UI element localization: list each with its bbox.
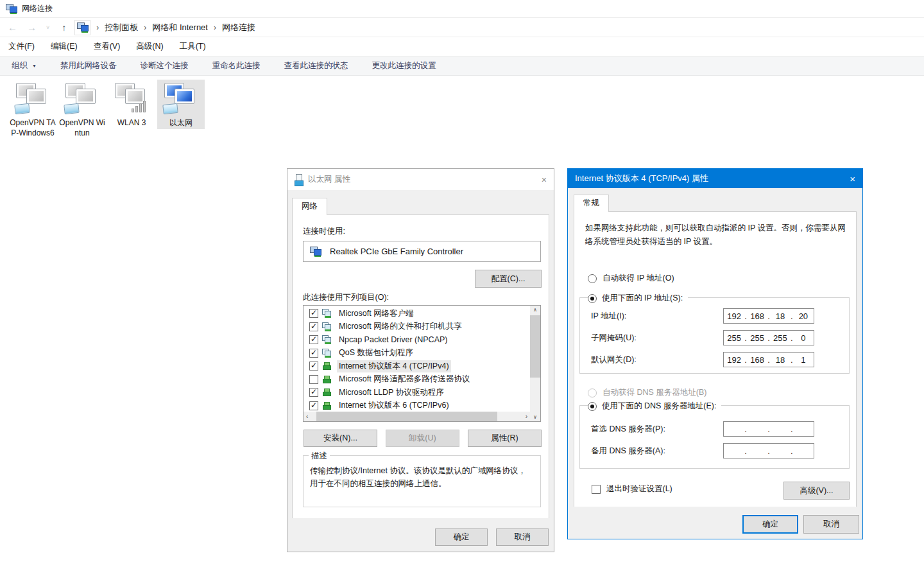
item-icon bbox=[322, 388, 333, 397]
dns-address-input[interactable]: ... bbox=[723, 443, 814, 458]
address-icon-button[interactable] bbox=[74, 20, 90, 35]
item-label[interactable]: Internet 协议版本 4 (TCP/IPv4) bbox=[337, 360, 451, 372]
toolbar-command[interactable]: 重命名此连接 bbox=[212, 60, 260, 71]
tab-general[interactable]: 常规 bbox=[574, 195, 609, 212]
network-adapter-tile[interactable]: 以太网 bbox=[157, 80, 205, 129]
item-label[interactable]: Microsoft LLDP 协议驱动程序 bbox=[337, 387, 446, 399]
toolbar-command[interactable]: 诊断这个连接 bbox=[140, 60, 188, 71]
scrollbar-thumb[interactable] bbox=[316, 412, 497, 421]
item-icon bbox=[322, 401, 333, 410]
item-checkbox[interactable] bbox=[309, 362, 318, 371]
ethernet-plug-icon bbox=[295, 173, 303, 186]
breadcrumb-item[interactable]: 网络连接 bbox=[222, 22, 255, 33]
item-checkbox[interactable] bbox=[309, 388, 318, 397]
up-icon[interactable]: ↑ bbox=[62, 22, 66, 33]
radio-icon[interactable] bbox=[588, 294, 597, 303]
window-title: 网络连接 bbox=[22, 3, 53, 14]
toolbar-command[interactable]: 更改此连接的设置 bbox=[372, 60, 436, 71]
configure-button[interactable]: 配置(C)... bbox=[475, 270, 542, 288]
horizontal-scrollbar[interactable]: ‹ › bbox=[304, 412, 530, 421]
dialog-titlebar[interactable]: 以太网 属性 × bbox=[287, 169, 554, 190]
validate-checkbox[interactable] bbox=[592, 485, 601, 494]
validate-on-exit[interactable]: 退出时验证设置(L) bbox=[592, 484, 672, 494]
adapter-list: OpenVPN TAP-Windows6 OpenVPN Wintun WLAN… bbox=[9, 80, 205, 139]
item-label[interactable]: Internet 协议版本 6 (TCP/IPv6) bbox=[337, 399, 451, 412]
breadcrumb: › 控制面板 › 网络和 Internet › 网络连接 bbox=[90, 22, 255, 33]
menu-item[interactable]: 文件(F) bbox=[8, 41, 35, 52]
network-adapter-tile[interactable]: OpenVPN Wintun bbox=[58, 80, 106, 139]
item-label[interactable]: Npcap Packet Driver (NPCAP) bbox=[337, 335, 450, 345]
radio-manual-dns[interactable]: 使用下面的 DNS 服务器地址(E): bbox=[588, 401, 721, 412]
dns-field-row: 备用 DNS 服务器(A): ... bbox=[591, 443, 843, 465]
dns-address-input[interactable]: ... bbox=[723, 421, 814, 437]
cancel-button[interactable]: 取消 bbox=[803, 515, 859, 534]
list-item[interactable]: Microsoft 网络适配器多路传送器协议 bbox=[304, 373, 530, 387]
item-label[interactable]: Microsoft 网络的文件和打印机共享 bbox=[337, 320, 464, 333]
item-checkbox[interactable] bbox=[309, 349, 318, 358]
network-adapter-tile[interactable]: WLAN 3 bbox=[108, 80, 155, 129]
toolbar-command[interactable]: 查看此连接的状态 bbox=[284, 60, 348, 71]
ok-button[interactable]: 确定 bbox=[435, 528, 488, 546]
item-label[interactable]: QoS 数据包计划程序 bbox=[337, 347, 415, 359]
item-icon bbox=[322, 309, 333, 318]
radio-icon[interactable] bbox=[588, 274, 597, 283]
navigation-bar: ← → ˅ ↑ › 控制面板 › 网络和 Internet › 网络连接 bbox=[0, 18, 924, 37]
list-item[interactable]: Microsoft LLDP 协议驱动程序 bbox=[304, 386, 530, 399]
item-icon bbox=[322, 362, 333, 371]
ip-address-input[interactable]: 192.168.18.20 bbox=[723, 308, 814, 324]
close-icon[interactable]: × bbox=[850, 174, 855, 184]
dialog-titlebar[interactable]: Internet 协议版本 4 (TCP/IPv4) 属性 × bbox=[568, 169, 862, 188]
network-adapter-tile[interactable]: OpenVPN TAP-Windows6 bbox=[9, 80, 56, 139]
adapter-name: Realtek PCIe GbE Family Controller bbox=[330, 247, 463, 256]
item-label[interactable]: Microsoft 网络适配器多路传送器协议 bbox=[337, 373, 472, 385]
menu-item[interactable]: 查看(V) bbox=[94, 41, 121, 52]
item-checkbox[interactable] bbox=[309, 375, 318, 384]
chevron-right-icon: › bbox=[144, 23, 146, 32]
scroll-left-icon[interactable]: ‹ bbox=[306, 413, 308, 420]
item-checkbox[interactable] bbox=[309, 401, 318, 410]
list-item[interactable]: QoS 数据包计划程序 bbox=[304, 347, 530, 360]
radio-icon[interactable] bbox=[588, 402, 597, 411]
cancel-button[interactable]: 取消 bbox=[496, 528, 549, 546]
close-icon[interactable]: × bbox=[542, 175, 547, 184]
toolbar-command[interactable]: 禁用此网络设备 bbox=[60, 60, 117, 71]
list-item[interactable]: Microsoft 网络的文件和打印机共享 bbox=[304, 320, 530, 334]
item-label[interactable]: Microsoft 网络客户端 bbox=[337, 308, 416, 320]
back-icon[interactable]: ← bbox=[8, 22, 17, 33]
scroll-up-icon[interactable]: ∧ bbox=[533, 307, 537, 313]
ok-button[interactable]: 确定 bbox=[742, 515, 798, 534]
install-button[interactable]: 安装(N)... bbox=[304, 430, 377, 447]
scrollbar-thumb[interactable] bbox=[530, 315, 540, 378]
advanced-button[interactable]: 高级(V)... bbox=[783, 482, 850, 500]
dialog-title: Internet 协议版本 4 (TCP/IPv4) 属性 bbox=[575, 173, 708, 184]
list-item[interactable]: Npcap Packet Driver (NPCAP) bbox=[304, 333, 530, 347]
item-checkbox[interactable] bbox=[309, 309, 318, 318]
radio-manual-ip[interactable]: 使用下面的 IP 地址(S): bbox=[588, 293, 688, 304]
scroll-right-icon[interactable]: › bbox=[526, 413, 527, 420]
list-item[interactable]: Internet 协议版本 4 (TCP/IPv4) bbox=[304, 360, 530, 373]
ip-address-input[interactable]: 192.168.18.1 bbox=[723, 352, 814, 367]
breadcrumb-item[interactable]: 网络和 Internet bbox=[152, 22, 208, 33]
menu-item[interactable]: 工具(T) bbox=[180, 41, 206, 52]
ip-address-input[interactable]: 255.255.255.0 bbox=[723, 330, 814, 345]
connection-items-list: Microsoft 网络客户端 Microsoft 网络的文件和打印机共享 Np… bbox=[303, 305, 541, 422]
menu-item[interactable]: 高级(N) bbox=[136, 41, 163, 52]
history-dropdown-icon[interactable]: ˅ bbox=[46, 24, 49, 31]
properties-button[interactable]: 属性(R) bbox=[468, 430, 542, 447]
vertical-scrollbar[interactable]: ∧ ∨ bbox=[530, 306, 540, 421]
list-item[interactable]: Microsoft 网络客户端 bbox=[304, 307, 530, 320]
tab-network[interactable]: 网络 bbox=[292, 198, 327, 215]
menu-item[interactable]: 编辑(E) bbox=[51, 41, 78, 52]
item-checkbox[interactable] bbox=[309, 322, 318, 331]
radio-auto-ip[interactable]: 自动获得 IP 地址(O) bbox=[588, 273, 674, 284]
tab-page: 连接时使用: Realtek PCIe GbE Family Controlle… bbox=[292, 214, 549, 521]
scroll-down-icon[interactable]: ∨ bbox=[533, 414, 537, 420]
list-item[interactable]: Internet 协议版本 6 (TCP/IPv6) bbox=[304, 399, 530, 413]
breadcrumb-item[interactable]: 控制面板 bbox=[105, 22, 138, 33]
organize-menu[interactable]: 组织 ▼ bbox=[12, 60, 37, 71]
item-checkbox[interactable] bbox=[309, 335, 318, 344]
ip-field-label: 默认网关(D): bbox=[591, 352, 637, 367]
forward-icon[interactable]: → bbox=[27, 22, 37, 33]
dns-field-label: 首选 DNS 服务器(P): bbox=[591, 421, 665, 437]
location-icon bbox=[77, 22, 89, 32]
